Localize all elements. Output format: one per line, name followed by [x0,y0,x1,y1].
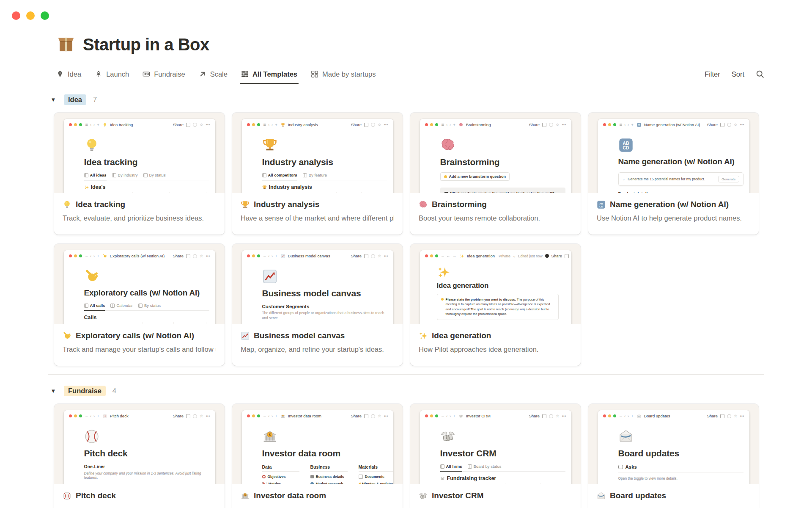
template-card-exploratory-calls[interactable]: ≡ ‹›+ Exploratory calls (w/ Notion AI) S… [54,244,225,366]
mini-window-title: Pitch deck [110,414,129,418]
tab-fundraise[interactable]: Fundraise [143,64,185,84]
template-card-investor-data-room[interactable]: ≡ ‹›+ Investor data room Share☆••• Inves… [232,404,403,508]
tab-all-templates[interactable]: All Templates [241,64,297,84]
more-icon: ••• [384,123,388,127]
mini-window-titlebar: ≡ ‹›+ Board updates Share☆••• [598,410,749,420]
filter-button[interactable]: Filter [705,70,720,78]
clock-icon [549,414,553,418]
mini-window-title: Industry analysis [288,122,318,127]
comment-icon [364,254,368,258]
comment-icon [542,414,546,418]
ai-cursor-icon: ⌄ [623,177,625,181]
back-icon: ‹ [90,414,91,418]
mini-column-title: Business [310,464,348,472]
mini-window-title: Board updates [644,414,670,418]
mini-divider [618,472,743,472]
template-card-idea-tracking[interactable]: ≡ ‹›+ Idea tracking Share☆••• Idea track… [54,113,225,235]
view-tab: By status [149,173,166,177]
call-me-hand-emoji-icon [84,269,99,284]
back-icon: ← [446,254,450,258]
view-tab: By status [144,303,161,308]
light-bulb-icon [444,175,447,178]
template-card-idea-generation[interactable]: ≡ ←→ Idea generation Private ⌄ Edited ju… [410,244,581,366]
search-icon[interactable] [756,70,764,78]
share-button: Share [351,254,362,258]
more-icon: ••• [384,254,388,258]
table-view-icon [262,173,266,177]
share-button: Share [529,122,540,127]
tab-scale[interactable]: Scale [199,64,228,84]
card-description: Have a sense of the market and where dif… [241,214,394,222]
template-card-name-generation[interactable]: ≡ ‹›+ Name generation (w/ Notion AI) Sha… [588,113,759,235]
template-card-business-model-canvas[interactable]: ≡ ‹›+ Business model canvas Share☆••• Bu… [232,244,403,366]
mini-table: AaFirm name ≡Status ≡Average Check Size … [440,483,571,484]
tab-bar: Idea Launch Fundraise Scale All Template… [48,64,764,84]
laptop-icon [444,192,448,193]
chevron-down-icon: ⌄ [513,254,516,258]
privacy-breadcrumb: Private [499,254,510,258]
arrow-up-right-icon [199,70,206,78]
mini-note-text: Define your company and your mission in … [84,471,209,480]
back-icon: ‹ [624,414,625,418]
close-window-button[interactable] [12,11,20,20]
tab-made-by-startups[interactable]: Made by startups [311,64,376,84]
share-button: Share [173,122,184,127]
star-icon: ☆ [556,123,560,127]
comment-icon [720,414,724,418]
card-caption: Idea generation How Pilot approaches ide… [410,324,581,366]
template-card-investor-crm[interactable]: ≡ ‹›+ Investor CRM Share☆••• Investor CR… [410,404,581,508]
template-card-board-updates[interactable]: ≡ ‹›+ Board updates Share☆••• Board upda… [588,404,759,508]
card-title: Board updates [610,491,666,500]
star-icon: ☆ [734,123,738,127]
collapse-triangle-icon[interactable]: ▼ [48,388,59,394]
card-title: Investor data room [254,491,326,500]
template-card-pitch-deck[interactable]: ≡ ‹›+ Pitch deck Share☆••• Pitch deck On… [54,404,225,508]
forward-icon: › [628,414,629,418]
mini-window-titlebar: ≡ ‹›+ Investor data room Share☆••• [242,410,393,420]
baseball-emoji-icon [103,414,107,418]
sort-button[interactable]: Sort [732,70,744,78]
tab-label: All Templates [252,70,297,78]
menu-icon: ≡ [85,414,88,418]
new-tab-icon: + [275,414,277,418]
mini-minimize-icon [74,123,77,126]
card-caption: Business model canvas Map, organize, and… [232,324,403,366]
baseball-emoji-icon [63,491,71,500]
light-bulb-emoji-icon [103,123,107,127]
menu-icon: ≡ [85,122,88,127]
collapse-triangle-icon[interactable]: ▼ [48,97,59,103]
tab-idea[interactable]: Idea [56,64,81,84]
template-card-brainstorming[interactable]: ≡ ‹›+ Brainstorming Share☆••• Brainstorm… [410,113,581,235]
call-me-hand-emoji-icon [63,331,71,340]
more-icon: ••• [562,123,566,127]
forward-icon: › [93,254,95,258]
board-view-icon [468,464,472,469]
sparkles-emoji-icon [460,254,464,258]
mini-subheading: Asks [618,464,743,469]
board-view-icon [138,304,143,308]
mini-column-title: Materials [359,464,393,472]
clock-icon [371,414,375,418]
template-card-industry-analysis[interactable]: ≡ ‹›+ Industry analysis Share☆••• Indust… [232,113,403,235]
card-description: Track, evaluate, and prioritize business… [63,214,216,222]
mini-window-titlebar: ≡ ‹›+ Pitch deck Share☆••• [64,410,215,420]
mini-collection-title: Calls [84,315,209,320]
section-tag-idea: Idea [64,94,86,105]
mini-view-tabs: All competitors By feature [262,173,387,180]
card-preview: ≡ ‹›+ Investor data room Share☆••• Inves… [232,404,403,484]
mini-view-tabs: All ideas By industry By status [84,173,209,180]
share-button: Share [173,254,184,258]
zoom-window-button[interactable] [41,11,49,20]
tab-label: Fundraise [154,70,185,78]
tab-launch[interactable]: Launch [95,64,129,84]
incoming-envelope-emoji-icon [618,429,634,444]
card-caption: Board updates [588,484,759,508]
card-caption: Investor data room [232,484,403,508]
tab-label: Scale [210,70,228,78]
minimize-window-button[interactable] [26,11,35,20]
comment-icon [186,254,190,258]
share-button: Share [351,414,362,418]
back-icon: ‹ [624,123,625,127]
mini-page-heading: Exploratory calls (w/ Notion AI) [84,288,209,298]
card-title: Name generation (w/ Notion AI) [610,200,729,209]
